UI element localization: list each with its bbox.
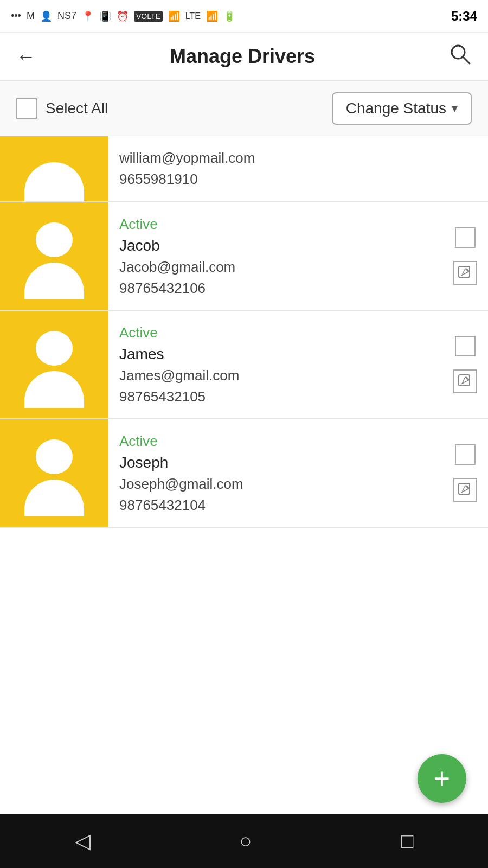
driver-list: william@yopmail.com 9655981910 Active Ja… — [0, 136, 488, 528]
vibrate-icon: 📳 — [99, 10, 111, 22]
change-status-button[interactable]: Change Status ▾ — [332, 92, 472, 125]
driver-email: Jacob@gmail.com — [119, 259, 432, 276]
chevron-down-icon: ▾ — [452, 101, 458, 116]
driver-phone: 98765432104 — [119, 497, 432, 514]
page-title: Manage Drivers — [170, 45, 315, 68]
person-avatar — [11, 430, 98, 516]
top-bar: ← Manage Drivers — [0, 33, 488, 81]
select-all-checkbox[interactable] — [16, 98, 37, 119]
driver-select-checkbox[interactable] — [455, 444, 476, 465]
status-bar-time: 5:34 — [451, 9, 477, 24]
driver-info-joseph: Active Joseph Joseph@gmail.com 987654321… — [108, 419, 442, 527]
driver-actions-joseph — [442, 419, 488, 527]
driver-name: James — [119, 346, 432, 363]
select-all-label: Select All — [46, 100, 108, 117]
back-nav-button[interactable]: ◁ — [75, 829, 91, 853]
wifi-icon: 📶 — [168, 10, 180, 22]
driver-item-partial: william@yopmail.com 9655981910 — [0, 136, 488, 202]
signal-icon: 📶 — [206, 10, 218, 22]
avatar-head — [36, 439, 73, 474]
partial-driver-phone: 9655981910 — [119, 171, 477, 188]
gmail-icon: M — [27, 10, 35, 22]
driver-avatar-joseph — [0, 419, 108, 527]
toolbar-row: Select All Change Status ▾ — [0, 81, 488, 136]
edit-driver-button[interactable] — [453, 261, 477, 285]
back-button[interactable]: ← — [16, 45, 36, 68]
partial-avatar — [0, 136, 108, 201]
driver-avatar-jacob — [0, 202, 108, 310]
avatar-body — [24, 480, 84, 516]
partial-driver-email: william@yopmail.com — [119, 150, 477, 167]
person-avatar — [11, 213, 98, 299]
select-all-container: Select All — [16, 98, 108, 119]
driver-name: Joseph — [119, 454, 432, 471]
status-bar: ••• M 👤 NS7 📍 📳 ⏰ VOLTE 📶 LTE 📶 🔋 5:34 — [0, 0, 488, 33]
driver-item: Active Joseph Joseph@gmail.com 987654321… — [0, 419, 488, 528]
bottom-nav: ◁ ○ □ — [0, 814, 488, 868]
location-icon: 📍 — [82, 10, 94, 22]
driver-actions-james — [442, 311, 488, 418]
search-button[interactable] — [449, 43, 472, 71]
driver-status: Active — [119, 324, 432, 341]
ns7-label: NS7 — [57, 10, 76, 22]
driver-email: James@gmail.com — [119, 367, 432, 384]
battery-icon: 🔋 — [223, 10, 235, 22]
partial-driver-info: william@yopmail.com 9655981910 — [108, 141, 488, 196]
driver-actions-jacob — [442, 202, 488, 310]
driver-phone: 98765432106 — [119, 280, 432, 297]
driver-select-checkbox[interactable] — [455, 336, 476, 356]
driver-item: Active James James@gmail.com 98765432105 — [0, 311, 488, 419]
driver-select-checkbox[interactable] — [455, 227, 476, 248]
edit-icon — [458, 374, 473, 389]
edit-driver-button[interactable] — [453, 369, 477, 393]
driver-info-jacob: Active Jacob Jacob@gmail.com 98765432106 — [108, 202, 442, 310]
volte-icon: VOLTE — [134, 11, 163, 22]
account-icon: 👤 — [40, 10, 52, 22]
avatar-head — [36, 331, 73, 366]
lte-icon: LTE — [185, 11, 201, 21]
driver-name: Jacob — [119, 237, 432, 254]
edit-icon — [458, 265, 473, 280]
person-avatar — [11, 321, 98, 408]
driver-info-james: Active James James@gmail.com 98765432105 — [108, 311, 442, 418]
driver-status: Active — [119, 216, 432, 233]
change-status-label: Change Status — [346, 100, 446, 117]
alarm-icon: ⏰ — [117, 10, 129, 22]
recents-nav-button[interactable]: □ — [401, 829, 414, 853]
avatar-body-partial — [24, 162, 84, 201]
add-driver-fab[interactable]: + — [418, 754, 466, 803]
status-bar-icons: ••• M 👤 NS7 📍 📳 ⏰ VOLTE 📶 LTE 📶 🔋 — [11, 10, 235, 22]
search-icon — [449, 43, 472, 66]
driver-item: Active Jacob Jacob@gmail.com 98765432106 — [0, 202, 488, 311]
overflow-icon: ••• — [11, 10, 21, 22]
home-nav-button[interactable]: ○ — [240, 829, 252, 853]
driver-avatar-james — [0, 311, 108, 418]
driver-status: Active — [119, 433, 432, 450]
edit-driver-button[interactable] — [453, 478, 477, 502]
driver-phone: 98765432105 — [119, 388, 432, 405]
plus-icon: + — [434, 764, 450, 793]
partial-person-avatar — [11, 162, 98, 201]
svg-line-1 — [463, 57, 470, 63]
avatar-body — [24, 371, 84, 408]
avatar-body — [24, 263, 84, 299]
edit-icon — [458, 482, 473, 497]
driver-email: Joseph@gmail.com — [119, 476, 432, 493]
avatar-head — [36, 222, 73, 257]
